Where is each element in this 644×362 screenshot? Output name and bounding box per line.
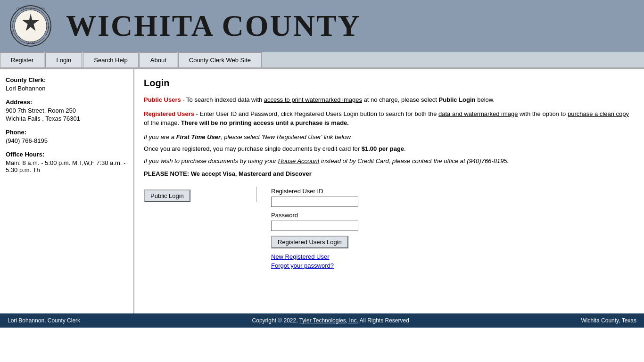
new-registered-user-link[interactable]: New Registered User bbox=[271, 253, 358, 260]
first-time-text: If you are a bbox=[144, 133, 176, 140]
first-time-user-note: If you are a First Time User, please sel… bbox=[144, 132, 635, 142]
registered-users-text: - Enter User ID and Password, click Regi… bbox=[194, 110, 438, 117]
no-printing-note: There will be no printing access until a… bbox=[181, 119, 349, 126]
public-users-text2: at no charge, please select bbox=[362, 96, 439, 103]
first-time-text2: , please select 'New Registered User' li… bbox=[221, 133, 352, 140]
password-label: Password bbox=[271, 212, 358, 219]
house-account-text2: instead of by Credit Card, please contac… bbox=[319, 157, 509, 165]
public-users-text: - To search indexed data with bbox=[181, 96, 264, 103]
phone-label: Phone: bbox=[6, 129, 128, 136]
address-line1: 900 7th Street, Room 250 bbox=[6, 107, 128, 114]
register-note-text: Once you are registered, you may purchas… bbox=[144, 145, 362, 152]
public-login-section: Public Login bbox=[144, 187, 257, 202]
first-time-bold: First Time User bbox=[176, 133, 221, 140]
nav-about[interactable]: About bbox=[140, 52, 177, 67]
house-account-note: If you wish to purchase documents by usi… bbox=[144, 156, 635, 166]
house-account-text: If you wish to purchase documents by usi… bbox=[144, 157, 278, 165]
county-clerk-label: County Clerk: bbox=[6, 76, 128, 83]
page-title: Login bbox=[144, 78, 635, 89]
registered-user-id-input[interactable] bbox=[271, 197, 358, 207]
public-users-info: Public Users - To search indexed data wi… bbox=[144, 95, 635, 105]
public-login-ref: Public Login bbox=[439, 96, 476, 103]
address-label: Address: bbox=[6, 99, 128, 106]
footer-left: Lori Bohannon, County Clerk bbox=[8, 317, 80, 324]
registered-users-text3: of the image. bbox=[144, 119, 181, 126]
sidebar: County Clerk: Lori Bohannon Address: 900… bbox=[0, 69, 134, 313]
nav-county-clerk-site[interactable]: County Clerk Web Site bbox=[178, 52, 262, 67]
public-login-button[interactable]: Public Login bbox=[144, 189, 190, 202]
svg-text:COUNTY OF WICHITA: COUNTY OF WICHITA bbox=[17, 7, 46, 10]
registered-user-id-label: Registered User ID bbox=[271, 188, 358, 195]
main-content: Login Public Users - To search indexed d… bbox=[134, 69, 644, 313]
nav-search-help[interactable]: Search Help bbox=[83, 52, 139, 67]
please-note: PLEASE NOTE: We accept Visa, Mastercard … bbox=[144, 170, 635, 177]
county-clerk-name: Lori Bohannon bbox=[6, 85, 128, 92]
nav-register[interactable]: Register bbox=[0, 52, 44, 67]
registered-login-button[interactable]: Registered Users Login bbox=[271, 236, 348, 248]
address-line2: Wichita Falls , Texas 76301 bbox=[6, 115, 128, 122]
register-note-end: . bbox=[404, 145, 406, 152]
data-watermarked-link: data and watermarked image bbox=[438, 110, 518, 117]
footer-center: Copyright © 2022, Tyler Technologies, In… bbox=[252, 317, 409, 324]
office-hours-label: Office Hours: bbox=[6, 151, 128, 158]
navigation-bar: Register Login Search Help About County … bbox=[0, 52, 644, 68]
public-users-link: access to print watermarked images bbox=[264, 96, 362, 103]
registered-login-section: Registered User ID Password Registered U… bbox=[257, 187, 358, 269]
purchase-note: Once you are registered, you may purchas… bbox=[144, 144, 635, 154]
forgot-password-link[interactable]: Forgot your password? bbox=[271, 262, 358, 269]
phone-value: (940) 766-8195 bbox=[6, 137, 128, 144]
login-area: Public Login Registered User ID Password… bbox=[144, 187, 635, 269]
price-per-page: $1.00 per page bbox=[362, 145, 404, 152]
tyler-technologies-link[interactable]: Tyler Technologies, Inc. bbox=[299, 317, 358, 324]
registered-users-label: Registered Users bbox=[144, 110, 194, 117]
house-account-link: House Account bbox=[278, 157, 320, 165]
registered-users-info: Registered Users - Enter User ID and Pas… bbox=[144, 109, 635, 128]
site-title: Wichita County bbox=[66, 8, 361, 43]
password-input[interactable] bbox=[271, 221, 358, 231]
footer-right: Wichita County, Texas bbox=[581, 317, 636, 324]
page-header: COUNTY OF WICHITA TEXAS ORGANIZED 1882 W… bbox=[0, 0, 644, 52]
svg-text:TEXAS: TEXAS bbox=[26, 41, 35, 44]
svg-text:ORGANIZED: ORGANIZED bbox=[11, 21, 14, 35]
all-rights-text: All Rights Reserved bbox=[360, 317, 409, 324]
page-footer: Lori Bohannon, County Clerk Copyright © … bbox=[0, 313, 644, 328]
nav-login[interactable]: Login bbox=[45, 52, 82, 67]
public-users-text3: below. bbox=[476, 96, 495, 103]
registered-users-text2: with the option to bbox=[518, 110, 568, 117]
county-seal-logo: COUNTY OF WICHITA TEXAS ORGANIZED 1882 bbox=[9, 5, 52, 47]
svg-text:1882: 1882 bbox=[48, 26, 50, 31]
main-layout: County Clerk: Lori Bohannon Address: 900… bbox=[0, 68, 644, 313]
public-users-label: Public Users bbox=[144, 96, 181, 103]
office-hours-value: Main: 8 a.m. - 5:00 p.m. M,T,W,F 7:30 a.… bbox=[6, 159, 128, 173]
copyright-text: Copyright © 2022, bbox=[252, 317, 298, 324]
purchase-clean-copy-link: purchase a clean copy bbox=[568, 110, 629, 117]
